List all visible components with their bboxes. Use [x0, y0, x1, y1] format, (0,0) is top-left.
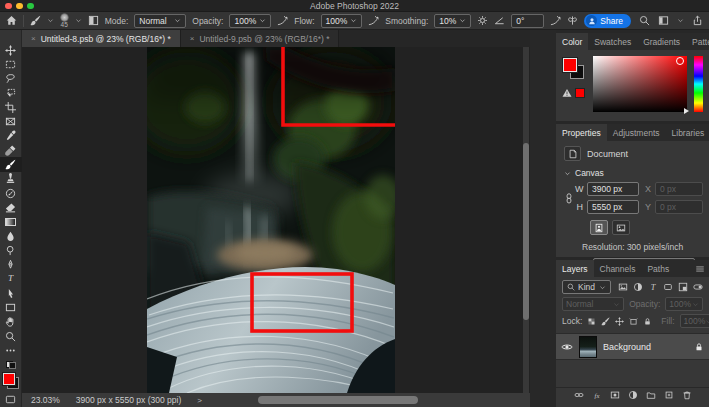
crop-tool[interactable]: [0, 100, 22, 114]
rectangle-tool[interactable]: [0, 300, 22, 314]
tab-properties[interactable]: Properties: [556, 124, 607, 141]
opacity-input[interactable]: 100%: [229, 14, 271, 28]
layer-filter-select[interactable]: Kind: [562, 280, 611, 294]
status-options-chevron[interactable]: >: [197, 396, 202, 405]
new-group-icon[interactable]: [646, 390, 656, 400]
marquee-tool[interactable]: [0, 57, 22, 71]
home-icon[interactable]: [6, 15, 17, 26]
blur-tool[interactable]: [0, 229, 22, 243]
lasso-tool[interactable]: [0, 72, 22, 86]
foreground-color-swatch[interactable]: [3, 373, 15, 385]
brush-settings-panel-toggle-icon[interactable]: [88, 15, 99, 26]
tab-swatches[interactable]: Swatches: [588, 33, 637, 50]
new-adjustment-icon[interactable]: [628, 390, 638, 400]
share-button[interactable]: Share: [584, 14, 631, 28]
clone-stamp-tool[interactable]: [0, 172, 22, 186]
panel-menu-icon[interactable]: [695, 260, 709, 277]
path-selection-tool[interactable]: [0, 286, 22, 300]
smoothing-input[interactable]: 10%: [434, 14, 471, 28]
delete-layer-icon[interactable]: [682, 390, 692, 400]
vertical-scrollbar[interactable]: [523, 47, 529, 393]
filter-adjustment-icon[interactable]: [633, 282, 643, 292]
zoom-tool[interactable]: [0, 329, 22, 343]
zoom-level-field[interactable]: 23.03%: [31, 395, 60, 405]
export-icon[interactable]: [692, 15, 703, 26]
smoothing-options-gear-icon[interactable]: [477, 15, 488, 26]
eyedropper-tool[interactable]: [0, 129, 22, 143]
airbrush-icon[interactable]: [368, 15, 379, 26]
chevron-down-icon[interactable]: [677, 17, 684, 24]
color-picker-handle[interactable]: [676, 57, 684, 65]
filter-type-icon[interactable]: T: [648, 282, 658, 292]
portrait-orientation-button[interactable]: [590, 220, 608, 235]
lock-all-icon[interactable]: [643, 317, 652, 326]
landscape-orientation-button[interactable]: [612, 220, 630, 235]
new-layer-icon[interactable]: [664, 390, 674, 400]
gamut-warning-icon[interactable]: [562, 88, 572, 98]
chevron-down-icon[interactable]: [75, 17, 82, 24]
document-tab-1[interactable]: ×Untitled-8.psb @ 23% (RGB/16*) *: [22, 30, 181, 47]
pressure-size-icon[interactable]: [550, 15, 561, 26]
history-brush-tool[interactable]: [0, 186, 22, 200]
tab-gradients[interactable]: Gradients: [637, 33, 686, 50]
layer-mask-icon[interactable]: [610, 390, 620, 400]
hand-tool[interactable]: [0, 315, 22, 329]
tab-paths[interactable]: Paths: [641, 260, 675, 277]
filter-shape-icon[interactable]: [663, 282, 673, 292]
lock-artboard-icon[interactable]: [629, 317, 638, 326]
paint-symmetry-icon[interactable]: [567, 15, 578, 26]
foreground-background-swatches[interactable]: [3, 373, 19, 389]
document-tab-2[interactable]: ×Untitled-9.psb @ 23% (RGB/16*) *: [181, 30, 340, 47]
object-selection-tool[interactable]: [0, 86, 22, 100]
layer-row-background[interactable]: Background: [556, 334, 709, 360]
search-icon[interactable]: [639, 15, 650, 26]
document-properties-row[interactable]: Document: [564, 146, 701, 161]
lock-position-icon[interactable]: [615, 317, 624, 326]
filter-toggle-icon[interactable]: [693, 282, 703, 292]
filter-smart-icon[interactable]: [678, 282, 688, 292]
layer-style-icon[interactable]: fx: [592, 390, 602, 400]
tab-layers[interactable]: Layers: [556, 260, 594, 277]
close-tab-icon[interactable]: ×: [31, 34, 36, 43]
layer-visibility-eye-icon[interactable]: [561, 341, 573, 353]
eraser-tool[interactable]: [0, 200, 22, 214]
tab-adjustments[interactable]: Adjustments: [607, 124, 666, 141]
dodge-tool[interactable]: [0, 243, 22, 257]
layer-lock-icon[interactable]: [694, 342, 704, 352]
healing-brush-tool[interactable]: [0, 143, 22, 157]
saturation-brightness-picker[interactable]: [593, 56, 687, 112]
link-dimensions-icon[interactable]: [563, 192, 575, 204]
link-layers-icon[interactable]: [574, 390, 584, 400]
pressure-opacity-icon[interactable]: [277, 15, 288, 26]
gamut-warning-swatch[interactable]: [575, 88, 585, 98]
brush-tool[interactable]: [0, 157, 22, 171]
vertical-scrollbar-thumb[interactable]: [523, 143, 529, 320]
flow-input[interactable]: 100%: [321, 14, 363, 28]
type-tool[interactable]: T: [0, 272, 22, 286]
workspace-switcher-icon[interactable]: [658, 15, 669, 26]
chevron-down-icon[interactable]: [47, 17, 54, 24]
tab-channels[interactable]: Channels: [594, 260, 642, 277]
move-tool[interactable]: [0, 43, 22, 57]
tab-libraries[interactable]: Libraries: [666, 124, 709, 141]
canvas-viewport[interactable]: [22, 47, 530, 393]
gradient-tool[interactable]: [0, 215, 22, 229]
close-tab-icon[interactable]: ×: [190, 34, 195, 43]
edit-toolbar-button[interactable]: [0, 343, 22, 357]
tab-patterns[interactable]: Patterns: [686, 33, 709, 50]
foreground-color-swatch[interactable]: [563, 58, 577, 72]
layer-thumbnail[interactable]: [579, 336, 597, 358]
pen-tool[interactable]: [0, 257, 22, 271]
lock-transparency-icon[interactable]: [587, 317, 596, 326]
lock-pixels-icon[interactable]: [601, 317, 610, 326]
brush-angle-input[interactable]: 0°: [511, 14, 544, 28]
layer-name[interactable]: Background: [603, 342, 688, 352]
default-colors-icon[interactable]: [6, 361, 16, 370]
hue-slider[interactable]: [694, 56, 703, 112]
brush-preset-icon[interactable]: [30, 15, 41, 26]
filter-pixel-icon[interactable]: [618, 282, 628, 292]
frame-tool[interactable]: [0, 114, 22, 128]
height-field[interactable]: 5550 px: [587, 200, 639, 214]
document-canvas[interactable]: [147, 47, 395, 393]
blend-mode-select[interactable]: Normal: [134, 14, 186, 28]
